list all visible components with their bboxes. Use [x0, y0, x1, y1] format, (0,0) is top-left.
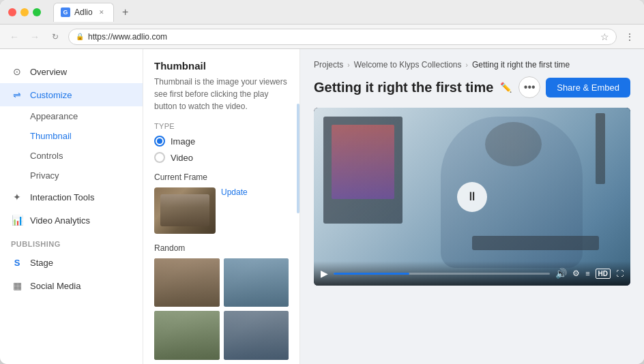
- panel-description: Thumbnail is the image your viewers see …: [154, 76, 289, 112]
- breadcrumb-separator-1: ›: [347, 61, 349, 69]
- sidebar-item-stage[interactable]: S Stage: [0, 251, 143, 274]
- menu-button[interactable]: ⋮: [622, 29, 637, 44]
- random-label: Random: [154, 243, 289, 253]
- stage-label: Stage: [30, 258, 53, 268]
- progress-bar[interactable]: [334, 273, 550, 275]
- video-radio-circle: [154, 152, 165, 163]
- keyboard-shape: [472, 236, 599, 250]
- tab-favicon: G: [61, 7, 70, 17]
- address-bar[interactable]: 🔒 https://www.adlio.com ☆: [68, 29, 617, 45]
- play-ctrl-button[interactable]: ▶: [321, 268, 328, 279]
- breadcrumb-collection[interactable]: Welcome to Klyps Collections: [354, 60, 462, 70]
- more-options-icon: •••: [524, 81, 536, 93]
- sidebar-item-customize[interactable]: ⇌ Customize: [0, 83, 143, 106]
- thumbnail-label: Thumbnail: [30, 131, 72, 141]
- minimize-button[interactable]: [20, 8, 29, 16]
- nav-bar: ← → ↻ 🔒 https://www.adlio.com ☆ ⋮: [0, 25, 644, 49]
- customize-icon: ⇌: [11, 89, 23, 101]
- tab-close-button[interactable]: ✕: [97, 7, 106, 17]
- privacy-label: Privacy: [30, 170, 59, 181]
- more-options-button[interactable]: •••: [518, 76, 540, 98]
- image-radio-option[interactable]: Image: [154, 136, 289, 147]
- current-frame-image: [154, 187, 216, 234]
- share-embed-button[interactable]: Share & Embed: [546, 78, 630, 97]
- tab-title: Adlio: [74, 7, 93, 17]
- subtitles-button[interactable]: ≡: [585, 269, 589, 277]
- sidebar-sub-privacy[interactable]: Privacy: [0, 166, 143, 185]
- random-thumbnail-4[interactable]: [224, 311, 289, 360]
- interaction-tools-label: Interaction Tools: [30, 192, 94, 202]
- breadcrumb-projects[interactable]: Projects: [314, 60, 343, 70]
- type-radio-group: Image Video: [154, 136, 289, 163]
- forward-button[interactable]: →: [27, 29, 42, 44]
- random-thumbnails-grid: [154, 258, 289, 360]
- close-button[interactable]: [8, 8, 16, 16]
- title-bar: G Adlio ✕ +: [0, 0, 644, 25]
- panel-title: Thumbnail: [154, 60, 289, 72]
- video-title-row: Getting it right the first time ✏️ ••• S…: [314, 76, 630, 98]
- edit-title-icon[interactable]: ✏️: [500, 82, 512, 93]
- social-media-icon: ▦: [11, 279, 23, 292]
- bookmark-icon[interactable]: ☆: [600, 31, 609, 42]
- breadcrumb: Projects › Welcome to Klyps Collections …: [314, 60, 630, 70]
- tab-bar: G Adlio ✕ +: [53, 3, 134, 22]
- sidebar: ⊙ Overview ⇌ Customize Appearance Thumbn…: [0, 49, 143, 364]
- video-title-left: Getting it right the first time ✏️: [314, 80, 512, 95]
- breadcrumb-current: Getting it right the first time: [472, 60, 570, 70]
- quality-badge[interactable]: HD: [596, 269, 611, 279]
- sidebar-sub-controls[interactable]: Controls: [0, 146, 143, 166]
- scrollbar-thumb: [297, 104, 299, 213]
- pause-icon: ⏸: [466, 189, 478, 204]
- pause-button[interactable]: ⏸: [457, 182, 487, 212]
- video-radio-label: Video: [171, 153, 193, 163]
- overview-icon: ⊙: [11, 65, 23, 78]
- fullscreen-button[interactable]: ⛶: [616, 269, 624, 277]
- publishing-section-label: PUBLISHING: [0, 232, 143, 251]
- thumbnail-settings-panel: Thumbnail Thumbnail is the image your vi…: [143, 49, 300, 364]
- fullscreen-button[interactable]: [33, 8, 41, 16]
- controls-label: Controls: [30, 151, 63, 161]
- progress-fill: [334, 273, 409, 275]
- video-player: ⏸ ▶ 🔊 ⚙ ≡ HD ⛶: [314, 108, 630, 286]
- random-thumbnail-2[interactable]: [224, 258, 289, 307]
- scrollbar-track[interactable]: [297, 90, 299, 364]
- main-content: ⊙ Overview ⇌ Customize Appearance Thumbn…: [0, 49, 644, 364]
- update-link[interactable]: Update: [221, 187, 248, 197]
- current-frame-label: Current Frame: [154, 172, 289, 182]
- breadcrumb-separator-2: ›: [466, 61, 468, 69]
- social-media-label: Social Media: [30, 281, 80, 291]
- sidebar-item-overview[interactable]: ⊙ Overview: [0, 60, 143, 83]
- back-button[interactable]: ←: [7, 29, 22, 44]
- traffic-lights: [8, 8, 41, 16]
- sidebar-overview-label: Overview: [30, 67, 67, 77]
- sidebar-sub-appearance[interactable]: Appearance: [0, 106, 143, 126]
- video-radio-option[interactable]: Video: [154, 152, 289, 163]
- controls-right: 🔊 ⚙ ≡ HD ⛶: [555, 268, 624, 279]
- volume-button[interactable]: 🔊: [555, 268, 567, 279]
- sidebar-item-video-analytics[interactable]: 📊 Video Analytics: [0, 209, 143, 232]
- sidebar-item-interaction-tools[interactable]: ✦ Interaction Tools: [0, 185, 143, 209]
- sidebar-sub-thumbnail[interactable]: Thumbnail: [0, 126, 143, 146]
- browser-tab[interactable]: G Adlio ✕: [53, 3, 114, 22]
- url-display: https://www.adlio.com: [88, 32, 167, 42]
- refresh-button[interactable]: ↻: [48, 29, 63, 44]
- random-thumbnail-3[interactable]: [154, 311, 220, 360]
- interaction-tools-icon: ✦: [11, 191, 23, 203]
- video-controls[interactable]: ▶ 🔊 ⚙ ≡ HD ⛶: [314, 261, 630, 286]
- video-title: Getting it right the first time: [314, 80, 493, 95]
- mic-shape: [596, 113, 605, 184]
- type-section-label: Type: [154, 122, 289, 130]
- video-analytics-icon: 📊: [11, 214, 23, 226]
- current-frame-thumbnail: [154, 187, 216, 234]
- monitor-shape: [323, 117, 402, 224]
- random-thumbnail-1[interactable]: [154, 258, 220, 307]
- video-background: ⏸: [314, 108, 630, 286]
- new-tab-button[interactable]: +: [117, 3, 134, 21]
- headphone-shape: [485, 122, 542, 166]
- title-actions: ••• Share & Embed: [518, 76, 630, 98]
- lock-icon: 🔒: [76, 33, 84, 40]
- sidebar-item-social-media[interactable]: ▦ Social Media: [0, 274, 143, 297]
- nav-right-actions: ⋮: [622, 29, 637, 44]
- settings-button[interactable]: ⚙: [572, 269, 580, 278]
- image-radio-circle: [154, 136, 165, 147]
